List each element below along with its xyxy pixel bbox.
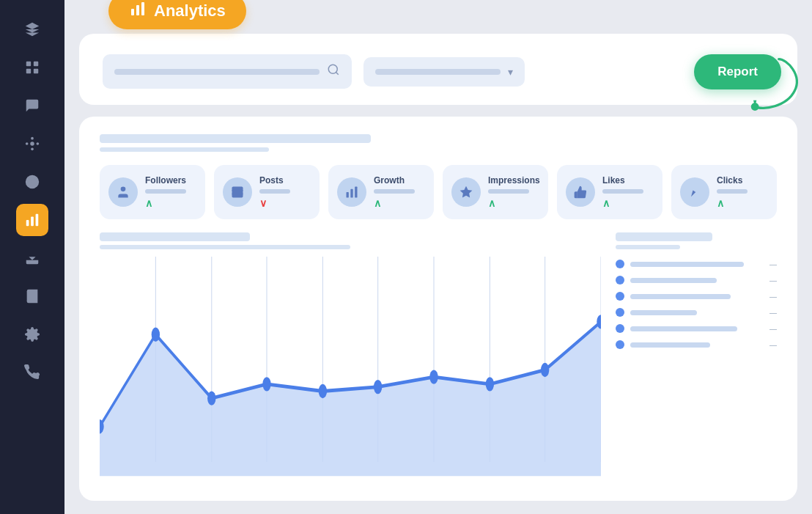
right-panel-item: — xyxy=(616,340,777,349)
svg-point-49 xyxy=(374,380,382,394)
sidebar-item-support[interactable] xyxy=(16,356,48,389)
followers-bar xyxy=(145,189,186,194)
svg-rect-1 xyxy=(34,62,38,66)
right-panel-item: — xyxy=(616,324,777,333)
analytics-badge-icon xyxy=(129,0,147,22)
clicks-icon xyxy=(680,177,709,207)
rp-title-skeleton xyxy=(616,232,712,241)
chevron-down-icon: ▾ xyxy=(508,66,513,78)
rp-dot-1 xyxy=(616,260,624,268)
rp-dot-3 xyxy=(616,292,624,301)
rp-val-4: — xyxy=(769,309,777,317)
rp-bar-6 xyxy=(630,342,710,348)
svg-point-50 xyxy=(429,370,438,384)
posts-label: Posts xyxy=(259,175,311,186)
svg-rect-21 xyxy=(131,9,134,15)
rp-bar-wrap-1 xyxy=(630,262,764,267)
dropdown-wrap[interactable]: ▾ xyxy=(363,57,525,87)
metric-card-posts[interactable]: Posts ∨ xyxy=(214,165,320,219)
search-icon xyxy=(327,63,340,80)
svg-point-52 xyxy=(541,363,549,377)
clicks-label: Clicks xyxy=(717,175,768,186)
panel-title-skeleton xyxy=(100,134,371,143)
dropdown-bar-placeholder xyxy=(375,69,501,75)
metric-card-impressions[interactable]: Impressions ∧ xyxy=(443,165,548,219)
growth-trend: ∧ xyxy=(374,197,425,209)
right-panel-header xyxy=(616,232,777,249)
sidebar-item-settings[interactable] xyxy=(16,318,48,350)
analytics-badge-text: Analytics xyxy=(154,1,226,21)
sidebar-item-download[interactable] xyxy=(16,242,48,274)
svg-rect-33 xyxy=(350,189,353,198)
impressions-trend: ∧ xyxy=(488,197,539,209)
sidebar-item-nav[interactable] xyxy=(16,13,48,45)
rp-subtitle-skeleton xyxy=(616,245,680,249)
svg-rect-22 xyxy=(136,5,139,15)
svg-point-28 xyxy=(121,187,126,192)
sidebar-item-analytics[interactable] xyxy=(16,204,48,236)
rp-val-2: — xyxy=(769,276,777,284)
svg-point-15 xyxy=(31,180,34,183)
clicks-trend: ∧ xyxy=(717,197,768,209)
posts-trend: ∨ xyxy=(259,197,311,209)
svg-rect-17 xyxy=(31,216,34,226)
rp-dot-6 xyxy=(616,340,624,349)
rp-bar-3 xyxy=(630,294,731,299)
svg-point-4 xyxy=(30,142,34,146)
likes-trend: ∧ xyxy=(602,197,654,209)
chart-right-panel: — — xyxy=(616,232,777,483)
svg-point-46 xyxy=(207,391,215,405)
sidebar-item-target[interactable] xyxy=(16,166,48,198)
likes-bar xyxy=(602,189,643,194)
impressions-bar xyxy=(488,189,529,194)
followers-info: Followers ∧ xyxy=(145,175,196,209)
metric-card-likes[interactable]: Likes ∧ xyxy=(557,165,662,219)
growth-label: Growth xyxy=(374,175,425,186)
likes-label: Likes xyxy=(602,175,654,186)
followers-label: Followers xyxy=(145,175,196,186)
rp-bar-wrap-3 xyxy=(630,294,764,299)
svg-point-5 xyxy=(26,142,29,145)
rp-val-3: — xyxy=(769,293,777,301)
svg-rect-23 xyxy=(141,2,144,15)
sidebar-item-messages[interactable] xyxy=(16,89,48,122)
svg-point-7 xyxy=(31,137,34,140)
rp-bar-5 xyxy=(630,326,737,331)
analytics-panel: Followers ∧ Posts ∨ xyxy=(79,117,797,501)
rp-bar-4 xyxy=(630,310,697,315)
metric-card-growth[interactable]: Growth ∧ xyxy=(328,165,434,219)
svg-rect-2 xyxy=(26,69,31,73)
rp-dot-2 xyxy=(616,276,624,284)
report-button[interactable]: Report xyxy=(694,54,781,89)
likes-icon xyxy=(566,177,595,207)
right-panel-item: — xyxy=(616,276,777,284)
posts-icon xyxy=(223,177,252,207)
svg-point-48 xyxy=(319,384,327,398)
svg-point-6 xyxy=(37,142,40,145)
rp-bar-1 xyxy=(630,262,744,267)
analytics-badge: Analytics xyxy=(108,0,246,29)
svg-point-8 xyxy=(31,148,34,151)
chart-svg xyxy=(100,257,601,483)
metric-card-followers[interactable]: Followers ∧ xyxy=(100,165,205,219)
svg-rect-29 xyxy=(232,187,243,198)
search-input-wrap[interactable] xyxy=(103,54,352,89)
svg-point-45 xyxy=(152,328,160,342)
panel-subtitle-skeleton xyxy=(100,147,269,152)
metric-card-clicks[interactable]: Clicks ∧ xyxy=(671,165,777,219)
sidebar-item-network[interactable] xyxy=(16,128,48,160)
chart-container xyxy=(100,257,601,483)
svg-rect-18 xyxy=(36,214,39,227)
right-panel-item: — xyxy=(616,308,777,317)
rp-bar-wrap-4 xyxy=(630,310,764,315)
main-content: Analytics ▾ xyxy=(64,0,812,514)
followers-icon xyxy=(108,177,138,207)
sidebar-item-library[interactable] xyxy=(16,280,48,312)
rp-bar-2 xyxy=(630,278,717,283)
rp-val-6: — xyxy=(769,341,777,349)
impressions-info: Impressions ∧ xyxy=(488,175,539,209)
rp-bar-wrap-5 xyxy=(630,326,764,331)
sidebar-item-dashboard[interactable] xyxy=(16,51,48,84)
rp-dot-4 xyxy=(616,308,624,317)
rp-dot-5 xyxy=(616,324,624,333)
